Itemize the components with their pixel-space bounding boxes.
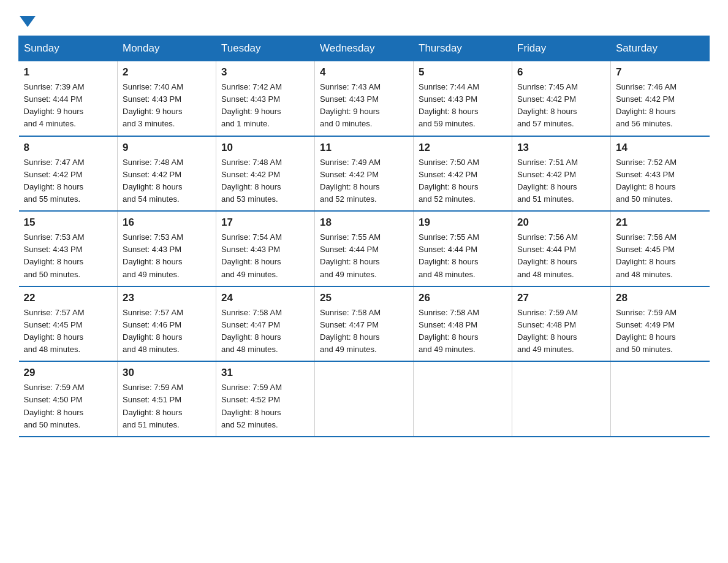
day-number: 1: [24, 66, 113, 79]
calendar-cell: 28Sunrise: 7:59 AMSunset: 4:49 PMDayligh…: [611, 286, 710, 362]
day-number: 23: [123, 292, 211, 304]
calendar-cell: [611, 361, 710, 437]
day-number: 26: [419, 292, 507, 304]
calendar-cell: 10Sunrise: 7:48 AMSunset: 4:42 PMDayligh…: [216, 136, 315, 212]
calendar-cell: 9Sunrise: 7:48 AMSunset: 4:42 PMDaylight…: [118, 136, 216, 212]
day-number: 10: [221, 142, 309, 154]
day-number: 4: [320, 66, 408, 79]
calendar-cell: 22Sunrise: 7:57 AMSunset: 4:45 PMDayligh…: [19, 286, 118, 362]
header-day-friday: Friday: [512, 36, 611, 61]
logo: [18, 12, 36, 23]
calendar-cell: 17Sunrise: 7:54 AMSunset: 4:43 PMDayligh…: [216, 211, 315, 286]
day-info: Sunrise: 7:55 AMSunset: 4:44 PMDaylight:…: [419, 231, 507, 281]
calendar-cell: 18Sunrise: 7:55 AMSunset: 4:44 PMDayligh…: [315, 211, 414, 286]
calendar-week-row: 8Sunrise: 7:47 AMSunset: 4:42 PMDaylight…: [19, 136, 710, 212]
header-day-tuesday: Tuesday: [216, 36, 315, 61]
calendar-week-row: 29Sunrise: 7:59 AMSunset: 4:50 PMDayligh…: [19, 361, 710, 437]
day-info: Sunrise: 7:56 AMSunset: 4:45 PMDaylight:…: [616, 231, 705, 281]
calendar-week-row: 1Sunrise: 7:39 AMSunset: 4:44 PMDaylight…: [19, 61, 710, 136]
day-number: 18: [320, 216, 408, 229]
calendar-cell: 4Sunrise: 7:43 AMSunset: 4:43 PMDaylight…: [315, 61, 414, 136]
day-info: Sunrise: 7:52 AMSunset: 4:43 PMDaylight:…: [616, 156, 705, 206]
day-number: 14: [616, 142, 705, 154]
day-info: Sunrise: 7:59 AMSunset: 4:48 PMDaylight:…: [517, 307, 605, 356]
calendar-cell: 1Sunrise: 7:39 AMSunset: 4:44 PMDaylight…: [19, 61, 118, 136]
day-info: Sunrise: 7:51 AMSunset: 4:42 PMDaylight:…: [517, 156, 605, 206]
calendar-cell: [512, 361, 611, 437]
day-info: Sunrise: 7:50 AMSunset: 4:42 PMDaylight:…: [419, 156, 507, 206]
calendar-week-row: 15Sunrise: 7:53 AMSunset: 4:43 PMDayligh…: [19, 211, 710, 286]
day-number: 5: [419, 66, 507, 79]
day-number: 29: [24, 367, 113, 379]
calendar-cell: 2Sunrise: 7:40 AMSunset: 4:43 PMDaylight…: [118, 61, 216, 136]
calendar-cell: 3Sunrise: 7:42 AMSunset: 4:43 PMDaylight…: [216, 61, 315, 136]
calendar-cell: 8Sunrise: 7:47 AMSunset: 4:42 PMDaylight…: [19, 136, 118, 212]
day-number: 8: [24, 142, 113, 154]
day-info: Sunrise: 7:58 AMSunset: 4:47 PMDaylight:…: [320, 307, 408, 356]
header-day-thursday: Thursday: [414, 36, 512, 61]
calendar-cell: 12Sunrise: 7:50 AMSunset: 4:42 PMDayligh…: [414, 136, 512, 212]
logo-chevron-icon: [20, 16, 36, 27]
calendar-cell: 7Sunrise: 7:46 AMSunset: 4:42 PMDaylight…: [611, 61, 710, 136]
day-number: 12: [419, 142, 507, 154]
day-info: Sunrise: 7:57 AMSunset: 4:45 PMDaylight:…: [24, 307, 113, 356]
day-info: Sunrise: 7:47 AMSunset: 4:42 PMDaylight:…: [24, 156, 113, 206]
day-info: Sunrise: 7:58 AMSunset: 4:48 PMDaylight:…: [419, 307, 507, 356]
header-day-wednesday: Wednesday: [315, 36, 414, 61]
day-info: Sunrise: 7:46 AMSunset: 4:42 PMDaylight:…: [616, 81, 705, 131]
day-info: Sunrise: 7:59 AMSunset: 4:49 PMDaylight:…: [616, 307, 705, 356]
calendar-cell: 21Sunrise: 7:56 AMSunset: 4:45 PMDayligh…: [611, 211, 710, 286]
day-number: 21: [616, 216, 705, 229]
day-info: Sunrise: 7:56 AMSunset: 4:44 PMDaylight:…: [517, 231, 605, 281]
day-info: Sunrise: 7:39 AMSunset: 4:44 PMDaylight:…: [24, 81, 113, 131]
day-number: 6: [517, 66, 605, 79]
calendar-table: SundayMondayTuesdayWednesdayThursdayFrid…: [18, 36, 710, 437]
calendar-cell: 19Sunrise: 7:55 AMSunset: 4:44 PMDayligh…: [414, 211, 512, 286]
calendar-cell: 6Sunrise: 7:45 AMSunset: 4:42 PMDaylight…: [512, 61, 611, 136]
calendar-cell: 5Sunrise: 7:44 AMSunset: 4:43 PMDaylight…: [414, 61, 512, 136]
day-number: 11: [320, 142, 408, 154]
day-number: 3: [221, 66, 309, 79]
calendar-cell: 15Sunrise: 7:53 AMSunset: 4:43 PMDayligh…: [19, 211, 118, 286]
day-info: Sunrise: 7:45 AMSunset: 4:42 PMDaylight:…: [517, 81, 605, 131]
day-number: 22: [24, 292, 113, 304]
day-info: Sunrise: 7:58 AMSunset: 4:47 PMDaylight:…: [221, 307, 309, 356]
header-day-saturday: Saturday: [611, 36, 710, 61]
day-info: Sunrise: 7:59 AMSunset: 4:51 PMDaylight:…: [123, 381, 211, 431]
day-info: Sunrise: 7:59 AMSunset: 4:50 PMDaylight:…: [24, 381, 113, 431]
day-info: Sunrise: 7:53 AMSunset: 4:43 PMDaylight:…: [24, 231, 113, 281]
day-number: 20: [517, 216, 605, 229]
day-number: 13: [517, 142, 605, 154]
day-info: Sunrise: 7:48 AMSunset: 4:42 PMDaylight:…: [123, 156, 211, 206]
header-day-sunday: Sunday: [19, 36, 118, 61]
day-number: 31: [221, 367, 309, 379]
calendar-cell: [315, 361, 414, 437]
day-info: Sunrise: 7:54 AMSunset: 4:43 PMDaylight:…: [221, 231, 309, 281]
calendar-cell: 16Sunrise: 7:53 AMSunset: 4:43 PMDayligh…: [118, 211, 216, 286]
calendar-cell: 29Sunrise: 7:59 AMSunset: 4:50 PMDayligh…: [19, 361, 118, 437]
calendar-cell: 14Sunrise: 7:52 AMSunset: 4:43 PMDayligh…: [611, 136, 710, 212]
day-info: Sunrise: 7:55 AMSunset: 4:44 PMDaylight:…: [320, 231, 408, 281]
page-header: [18, 12, 710, 23]
day-number: 9: [123, 142, 211, 154]
calendar-cell: 26Sunrise: 7:58 AMSunset: 4:48 PMDayligh…: [414, 286, 512, 362]
day-info: Sunrise: 7:44 AMSunset: 4:43 PMDaylight:…: [419, 81, 507, 131]
day-info: Sunrise: 7:43 AMSunset: 4:43 PMDaylight:…: [320, 81, 408, 131]
day-info: Sunrise: 7:49 AMSunset: 4:42 PMDaylight:…: [320, 156, 408, 206]
calendar-cell: 31Sunrise: 7:59 AMSunset: 4:52 PMDayligh…: [216, 361, 315, 437]
day-info: Sunrise: 7:59 AMSunset: 4:52 PMDaylight:…: [221, 381, 309, 431]
day-number: 17: [221, 216, 309, 229]
calendar-cell: 23Sunrise: 7:57 AMSunset: 4:46 PMDayligh…: [118, 286, 216, 362]
day-number: 25: [320, 292, 408, 304]
day-number: 24: [221, 292, 309, 304]
calendar-cell: 24Sunrise: 7:58 AMSunset: 4:47 PMDayligh…: [216, 286, 315, 362]
day-info: Sunrise: 7:48 AMSunset: 4:42 PMDaylight:…: [221, 156, 309, 206]
day-number: 19: [419, 216, 507, 229]
calendar-cell: 27Sunrise: 7:59 AMSunset: 4:48 PMDayligh…: [512, 286, 611, 362]
day-number: 15: [24, 216, 113, 229]
day-info: Sunrise: 7:57 AMSunset: 4:46 PMDaylight:…: [123, 307, 211, 356]
day-number: 27: [517, 292, 605, 304]
calendar-cell: 11Sunrise: 7:49 AMSunset: 4:42 PMDayligh…: [315, 136, 414, 212]
day-number: 16: [123, 216, 211, 229]
day-info: Sunrise: 7:42 AMSunset: 4:43 PMDaylight:…: [221, 81, 309, 131]
